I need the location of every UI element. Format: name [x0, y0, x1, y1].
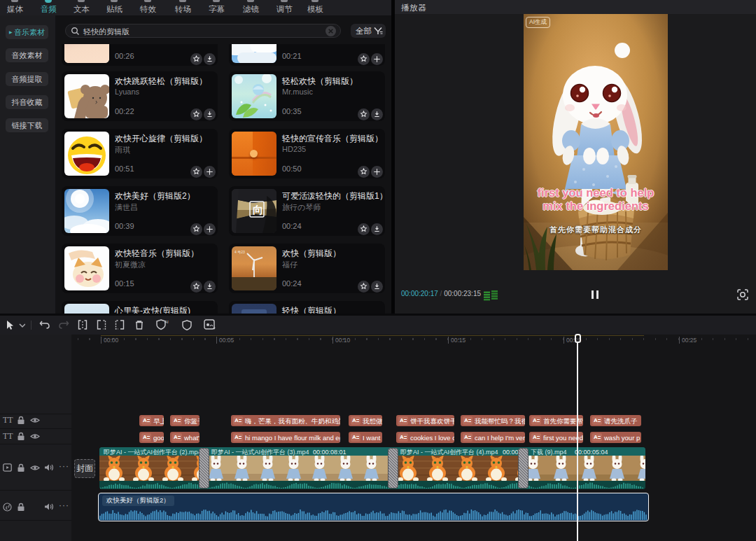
svg-text:AI: AI — [164, 320, 169, 324]
svg-text:00:00:08:01: 00:00:08:01 — [313, 449, 346, 456]
svg-text:向: 向 — [253, 204, 263, 216]
svg-text:下载 (9).mp4: 下载 (9).mp4 — [531, 449, 567, 456]
svg-text:即梦AI - 一站式AI创作平台 (2).mp4: 即梦AI - 一站式AI创作平台 (2).mp4 — [104, 449, 202, 456]
svg-text:即梦AI - 一站式AI创作平台 (3).mp4: 即梦AI - 一站式AI创作平台 (3).mp4 — [211, 449, 309, 456]
svg-text:即梦AI - 一站式AI创作平台 (4).mp4: 即梦AI - 一站式AI创作平台 (4).mp4 — [400, 449, 498, 456]
svg-text:00:00:05:04: 00:00:05:04 — [575, 449, 608, 456]
svg-text:4 号23: 4 号23 — [234, 250, 245, 254]
